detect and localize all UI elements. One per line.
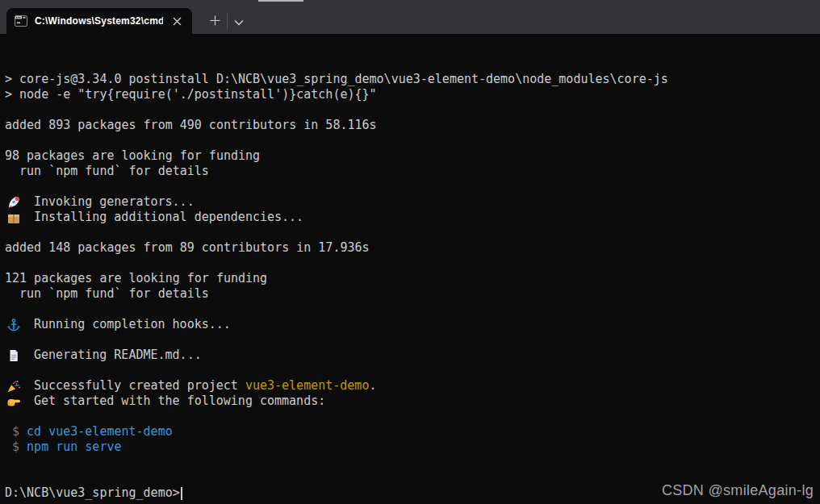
tab-bar-divider (227, 13, 228, 29)
terminal-text: > node -e "try{require('./postinstall')}… (5, 87, 377, 102)
terminal-text: run `npm fund` for details (5, 286, 209, 302)
terminal-line (5, 179, 820, 194)
terminal-line: Get started with the following commands: (5, 394, 820, 409)
terminal-line: Running completion hooks... (5, 317, 820, 332)
party-popper-icon (6, 379, 24, 394)
terminal-text: cd vue3-element-demo (27, 424, 173, 439)
terminal-line: $ cd vue3-element-demo (5, 424, 820, 439)
plus-icon (210, 14, 220, 29)
background-window-sliver (258, 0, 303, 2)
terminal-line: Invoking generators... (5, 194, 820, 210)
terminal-text: D:\NCB\vue3_spring_demo> (5, 485, 180, 501)
terminal-viewport[interactable]: > core-js@3.34.0 postinstall D:\NCB\vue3… (0, 34, 820, 504)
terminal-text: npm run serve (27, 439, 121, 455)
terminal-line: 98 packages are looking for funding (5, 148, 820, 164)
terminal-line (5, 332, 820, 348)
cmd-icon (15, 15, 27, 27)
tab-dropdown-button[interactable] (228, 10, 249, 31)
rocket-icon (6, 195, 24, 210)
anchor-icon (6, 318, 24, 332)
terminal-text: . (369, 378, 376, 394)
terminal-text: Successfully created project (34, 378, 245, 394)
terminal-text: 121 packages are looking for funding (5, 271, 267, 286)
terminal-line: $ npm run serve (5, 439, 820, 455)
chevron-down-icon (234, 14, 244, 29)
terminal-text: > core-js@3.34.0 postinstall D:\NCB\vue3… (5, 72, 668, 87)
terminal-line: run `npm fund` for details (5, 286, 820, 302)
terminal-text: Get started with the following commands: (34, 394, 325, 409)
title-bar: C:\Windows\System32\cmd.e (0, 0, 820, 34)
terminal-line (5, 133, 820, 148)
terminal-line (5, 302, 820, 317)
terminal-text: Invoking generators... (34, 194, 195, 210)
new-tab-button[interactable] (204, 10, 225, 31)
terminal-line: > node -e "try{require('./postinstall')}… (5, 87, 820, 102)
terminal-text: 98 packages are looking for funding (5, 148, 260, 164)
page-icon (6, 348, 24, 363)
terminal-line: added 893 packages from 490 contributors… (5, 118, 820, 133)
terminal-line (5, 225, 820, 240)
tab-title: C:\Windows\System32\cmd.e (35, 15, 163, 27)
terminal-line (5, 363, 820, 378)
terminal-line: > core-js@3.34.0 postinstall D:\NCB\vue3… (5, 72, 820, 87)
terminal-text: $ (5, 439, 27, 455)
watermark: CSDN @smileAgain-lg (662, 482, 814, 499)
tab-cmd[interactable]: C:\Windows\System32\cmd.e (6, 8, 192, 34)
package-icon (6, 210, 24, 225)
terminal-line: 121 packages are looking for funding (5, 271, 820, 286)
terminal-text: $ (5, 424, 27, 439)
terminal-line: run `npm fund` for details (5, 164, 820, 179)
terminal-line (5, 256, 820, 271)
terminal-output: > core-js@3.34.0 postinstall D:\NCB\vue3… (5, 72, 820, 501)
terminal-text: Installing additional dependencies... (34, 210, 303, 225)
terminal-text: added 148 packages from 89 contributors … (5, 240, 370, 256)
terminal-text: Running completion hooks... (34, 317, 231, 332)
tab-close-icon[interactable] (168, 12, 186, 30)
terminal-text: vue3-element-demo (245, 378, 370, 394)
terminal-line (5, 455, 820, 470)
terminal-line: Installing additional dependencies... (5, 210, 820, 225)
terminal-text: run `npm fund` for details (5, 164, 209, 179)
terminal-line (5, 102, 820, 118)
terminal-text: added 893 packages from 490 contributors… (5, 118, 377, 133)
terminal-line: added 148 packages from 89 contributors … (5, 240, 820, 256)
terminal-text: Generating README.md... (34, 348, 202, 363)
terminal-cursor (181, 487, 182, 500)
terminal-line (5, 409, 820, 424)
terminal-line: Successfully created project vue3-elemen… (5, 378, 820, 394)
terminal-line: Generating README.md... (5, 348, 820, 363)
pointing-right-icon (6, 394, 24, 409)
